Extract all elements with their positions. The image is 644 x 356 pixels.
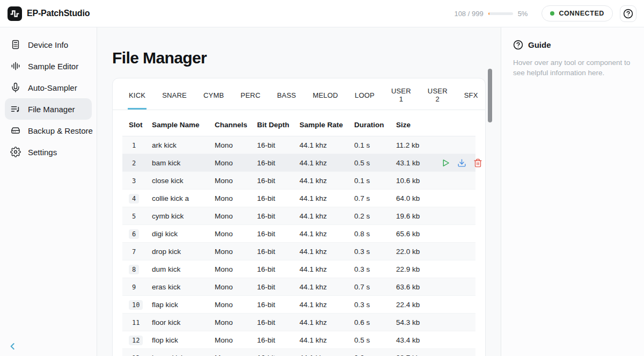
table-body: 1 ark kick Mono 16-bit 44.1 khz 0.1 s 11… — [122, 136, 475, 356]
size-cell: 65.6 kb — [396, 225, 436, 243]
slot-number: 3 — [129, 176, 139, 186]
storage-percent: 5% — [518, 10, 528, 18]
duration-cell: 0.7 s — [354, 278, 396, 296]
connected-label: CONNECTED — [559, 10, 604, 17]
channels-cell: Mono — [215, 243, 257, 260]
table-row[interactable]: 10 flap kick Mono 16-bit 44.1 khz 0.3 s … — [122, 296, 475, 314]
device-info-icon — [10, 39, 21, 50]
play-sample-button[interactable] — [441, 158, 450, 168]
bit-depth-cell: 16-bit — [257, 190, 299, 207]
tab-user-2[interactable]: USER 2 — [427, 87, 449, 110]
channels-cell: Mono — [215, 136, 257, 154]
table-row[interactable]: 12 flop kick Mono 16-bit 44.1 khz 0.5 s … — [122, 331, 475, 349]
slot-number: 1 — [129, 141, 139, 150]
drive-icon — [10, 125, 21, 136]
download-sample-button[interactable] — [457, 158, 466, 168]
row-actions-cell — [436, 225, 475, 243]
row-actions-cell — [436, 278, 475, 296]
bit-depth-cell: 16-bit — [257, 331, 299, 349]
channels-cell: Mono — [215, 225, 257, 243]
sidebar-item-label: Backup & Restore — [28, 126, 93, 135]
sidebar-item-file-manager[interactable]: File Manager — [5, 98, 92, 120]
sidebar-item-auto-sampler[interactable]: Auto-Sampler — [5, 77, 92, 98]
table-row[interactable]: 6 digi kick Mono 16-bit 44.1 khz 0.8 s 6… — [122, 225, 475, 243]
slot-number: 6 — [129, 229, 139, 239]
slot-number: 13 — [129, 353, 143, 356]
main-scrollbar-thumb[interactable] — [488, 69, 492, 122]
table-row[interactable]: 7 drop kick Mono 16-bit 44.1 khz 0.3 s 2… — [122, 243, 475, 260]
app-logo-icon — [8, 6, 22, 21]
sample-name-cell: eras kick — [152, 278, 215, 296]
waveform-icon — [10, 61, 21, 71]
tab-loop[interactable]: LOOP — [354, 87, 376, 110]
tab-user-1[interactable]: USER 1 — [390, 87, 412, 110]
channels-cell: Mono — [215, 207, 257, 225]
tab-bass[interactable]: BASS — [276, 87, 297, 110]
tab-sfx[interactable]: SFX — [463, 87, 479, 110]
slot-number: 7 — [129, 247, 139, 257]
table-header-row: Slot Sample Name Channels Bit Depth Samp… — [122, 114, 475, 136]
sidebar-item-sample-editor[interactable]: Sample Editor — [5, 55, 92, 77]
sample-rate-cell: 44.1 khz — [299, 243, 354, 260]
col-header-size: Size — [396, 114, 436, 136]
sample-name-cell: cymb kick — [152, 207, 215, 225]
gear-icon — [10, 147, 21, 157]
col-header-duration: Duration — [354, 114, 396, 136]
sample-name-cell: floor kick — [152, 314, 215, 331]
sample-rate-cell: 44.1 khz — [299, 349, 354, 356]
sidebar-item-label: Settings — [28, 148, 57, 157]
connection-status-button[interactable]: CONNECTED — [541, 5, 613, 21]
sidebar-item-device-info[interactable]: Device Info — [5, 34, 92, 55]
duration-cell: 0.3 s — [354, 349, 396, 356]
sidebar-item-backup-restore[interactable]: Backup & Restore — [5, 120, 92, 141]
page-title: File Manager — [112, 49, 486, 67]
table-row[interactable]: 11 floor kick Mono 16-bit 44.1 khz 0.6 s… — [122, 314, 475, 331]
sample-rate-cell: 44.1 khz — [299, 172, 354, 190]
duration-cell: 0.8 s — [354, 225, 396, 243]
duration-cell: 0.6 s — [354, 314, 396, 331]
guide-title: Guide — [528, 40, 551, 49]
guide-help-circle-icon — [513, 40, 523, 50]
slot-number: 8 — [129, 265, 139, 274]
sample-rate-cell: 44.1 khz — [299, 136, 354, 154]
tab-perc[interactable]: PERC — [239, 87, 261, 110]
channels-cell: Mono — [215, 190, 257, 207]
tab-snare[interactable]: SNARE — [161, 87, 188, 110]
size-cell: 10.6 kb — [396, 172, 436, 190]
size-cell: 19.6 kb — [396, 207, 436, 225]
table-row[interactable]: 9 eras kick Mono 16-bit 44.1 khz 0.7 s 6… — [122, 278, 475, 296]
sample-rate-cell: 44.1 khz — [299, 296, 354, 314]
channels-cell: Mono — [215, 349, 257, 356]
table-row[interactable]: 5 cymb kick Mono 16-bit 44.1 khz 0.2 s 1… — [122, 207, 475, 225]
delete-sample-button[interactable] — [473, 158, 482, 168]
bit-depth-cell: 16-bit — [257, 243, 299, 260]
tab-kick[interactable]: KICK — [128, 87, 147, 110]
sidebar-item-settings[interactable]: Settings — [5, 141, 92, 163]
bit-depth-cell: 16-bit — [257, 314, 299, 331]
file-manager-card: KICKSNARECYMBPERCBASSMELODLOOPUSER 1USER… — [112, 78, 486, 356]
microphone-icon — [10, 82, 21, 93]
sample-rate-cell: 44.1 khz — [299, 225, 354, 243]
tab-bar: KICKSNARECYMBPERCBASSMELODLOOPUSER 1USER… — [113, 78, 485, 110]
channels-cell: Mono — [215, 154, 257, 172]
tab-cymb[interactable]: CYMB — [202, 87, 225, 110]
col-header-slot: Slot — [122, 114, 152, 136]
row-actions-cell — [436, 172, 475, 190]
size-cell: 63.6 kb — [396, 278, 436, 296]
row-actions-cell — [436, 314, 475, 331]
table-row[interactable]: 3 close kick Mono 16-bit 44.1 khz 0.1 s … — [122, 172, 475, 190]
table-row[interactable]: 8 dum kick Mono 16-bit 44.1 khz 0.3 s 22… — [122, 260, 475, 278]
size-cell: 43.1 kb — [396, 154, 436, 172]
sample-name-cell: bam kick — [152, 154, 215, 172]
help-button[interactable] — [620, 5, 636, 22]
table-row[interactable]: 1 ark kick Mono 16-bit 44.1 khz 0.1 s 11… — [122, 136, 475, 154]
duration-cell: 0.1 s — [354, 136, 396, 154]
sample-rate-cell: 44.1 khz — [299, 207, 354, 225]
sidebar-collapse-button[interactable] — [8, 341, 18, 352]
table-row[interactable]: 4 collie kick a Mono 16-bit 44.1 khz 0.7… — [122, 190, 475, 207]
table-row[interactable]: 2 bam kick Mono 16-bit 44.1 khz 0.5 s 43… — [122, 154, 475, 172]
table-row[interactable]: 13 horse kick Mono 16-bit 44.1 khz 0.3 s… — [122, 349, 475, 356]
tab-melod[interactable]: MELOD — [312, 87, 339, 110]
col-header-sample-rate: Sample Rate — [299, 114, 354, 136]
duration-cell: 0.2 s — [354, 207, 396, 225]
